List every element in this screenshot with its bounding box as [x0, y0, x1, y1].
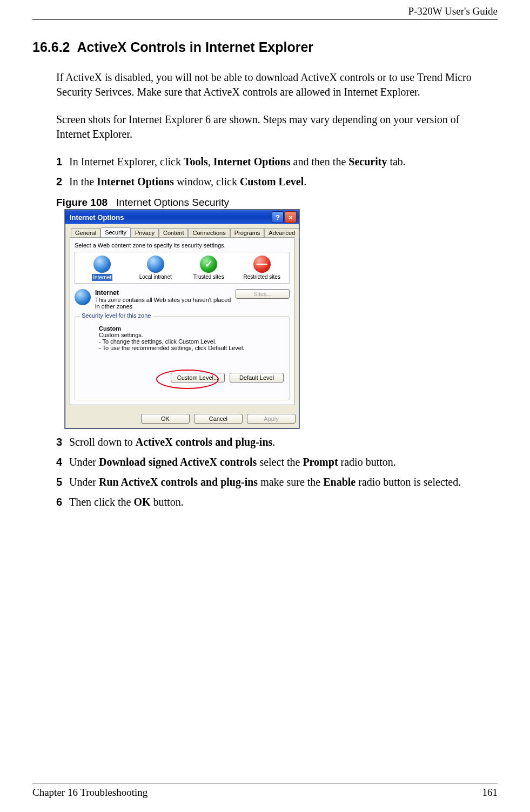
paragraph-1: If ActiveX is disabled, you will not be … [56, 70, 492, 99]
zone-list: Internet Local intranet Trusted sites Re… [75, 252, 290, 284]
restricted-icon [253, 256, 271, 273]
doc-title: P-320W User's Guide [408, 5, 498, 17]
figure-caption: Figure 108 Internet Options Security [56, 197, 498, 209]
zone-internet[interactable]: Internet [77, 256, 128, 281]
page-header: P-320W User's Guide [32, 0, 498, 20]
step-5: 5 Under Run ActiveX controls and plug-in… [56, 475, 498, 489]
zone-detail-desc: This zone contains all Web sites you hav… [95, 297, 231, 310]
step-4: 4 Under Download signed ActiveX controls… [56, 455, 498, 469]
footer-chapter: Chapter 16 Troubleshooting [32, 787, 147, 798]
custom-level-button[interactable]: Custom Level... [171, 373, 225, 382]
tab-connections[interactable]: Connections [188, 228, 230, 238]
ok-button[interactable]: OK [141, 414, 190, 424]
zone-trusted-sites[interactable]: Trusted sites [184, 256, 234, 281]
apply-button[interactable]: Apply [247, 414, 296, 424]
dialog-title: Internet Options [70, 213, 271, 222]
section-heading: 16.6.2 ActiveX Controls in Internet Expl… [32, 39, 498, 55]
zone-local-intranet[interactable]: Local intranet [131, 256, 181, 281]
security-level-fieldset: Security level for this zone Custom Cust… [75, 316, 290, 400]
cancel-button[interactable]: Cancel [194, 414, 243, 424]
tab-privacy[interactable]: Privacy [131, 228, 159, 238]
checkmark-icon [200, 256, 217, 273]
fieldset-legend: Security level for this zone [79, 312, 153, 319]
tab-content[interactable]: Content [159, 228, 189, 238]
close-icon[interactable]: × [285, 211, 297, 223]
step-6: 6 Then click the OK button. [56, 495, 498, 509]
page-footer: Chapter 16 Troubleshooting 161 [32, 783, 498, 798]
globe-icon [75, 289, 91, 305]
step-list-top: 1 In Internet Explorer, click Tools, Int… [56, 155, 498, 189]
zone-detail-title: Internet [95, 289, 231, 297]
zone-instruction: Select a Web content zone to specify its… [75, 242, 290, 249]
section-number: 16.6.2 [32, 39, 70, 55]
tab-advanced[interactable]: Advanced [264, 228, 299, 238]
intro-text: If ActiveX is disabled, you will not be … [56, 70, 492, 142]
footer-page-number: 161 [482, 787, 498, 798]
tab-general[interactable]: General [71, 228, 100, 238]
dialog-tabs: General Security Privacy Content Connect… [70, 227, 294, 237]
step-2: 2 In the Internet Options window, click … [56, 175, 498, 189]
section-title: ActiveX Controls in Internet Explorer [77, 39, 313, 55]
default-level-button[interactable]: Default Level [230, 373, 284, 382]
tab-security[interactable]: Security [100, 227, 131, 237]
zone-description: Internet This zone contains all Web site… [75, 289, 290, 310]
paragraph-2: Screen shots for Internet Explorer 6 are… [56, 112, 492, 142]
intranet-icon [147, 256, 164, 273]
globe-icon [93, 256, 111, 273]
figure-label: Figure 108 [56, 197, 108, 208]
step-list-bottom: 3 Scroll down to ActiveX controls and pl… [56, 435, 498, 509]
figure-title: Internet Options Security [116, 197, 229, 208]
dialog-button-row: OK Cancel Apply [65, 410, 299, 428]
sites-button[interactable]: Sites... [236, 289, 290, 299]
zone-restricted-sites[interactable]: Restricted sites [237, 256, 287, 281]
tab-programs[interactable]: Programs [230, 228, 265, 238]
help-icon[interactable]: ? [272, 211, 284, 223]
custom-settings-text: Custom Custom settings. - To change the … [99, 325, 284, 351]
step-3: 3 Scroll down to ActiveX controls and pl… [56, 435, 498, 449]
step-1: 1 In Internet Explorer, click Tools, Int… [56, 155, 498, 169]
dialog-titlebar[interactable]: Internet Options ? × [65, 210, 299, 224]
internet-options-dialog: Internet Options ? × General Security Pr… [65, 210, 299, 428]
